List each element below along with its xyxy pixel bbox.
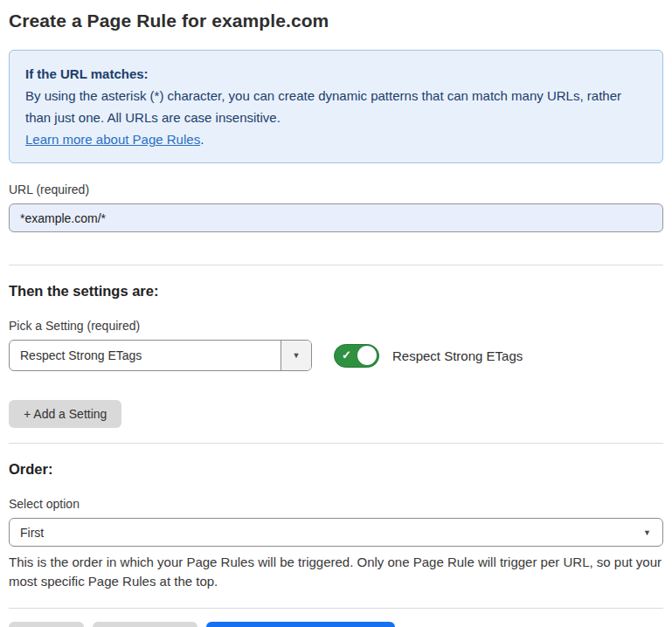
url-match-info-box: If the URL matches: By using the asteris… — [9, 50, 663, 163]
add-setting-button[interactable]: + Add a Setting — [9, 400, 121, 428]
info-box-body-text: By using the asterisk (*) character, you… — [25, 88, 621, 125]
info-box-body: By using the asterisk (*) character, you… — [25, 85, 647, 128]
save-draft-button[interactable]: Save as Draft — [93, 622, 198, 627]
link-suffix: . — [200, 132, 204, 147]
order-select-value: First — [20, 526, 44, 540]
setting-select-arrow-segment[interactable]: ▼ — [281, 341, 311, 370]
chevron-down-icon: ▼ — [293, 352, 301, 360]
footer-actions: Cancel Save as Draft Save and Deploy Pag… — [9, 622, 663, 627]
toggle-knob — [357, 346, 377, 365]
settings-section-heading: Then the settings are: — [9, 283, 663, 300]
setting-select-value: Respect Strong ETags — [10, 341, 281, 370]
order-select[interactable]: First ▼ — [9, 518, 663, 547]
cancel-button[interactable]: Cancel — [9, 622, 84, 627]
info-box-heading: If the URL matches: — [25, 63, 647, 85]
pick-setting-label: Pick a Setting (required) — [9, 319, 663, 333]
setting-row: Respect Strong ETags ▼ ✓ Respect Strong … — [9, 340, 663, 371]
order-help-text: This is the order in which your Page Rul… — [9, 553, 663, 591]
setting-select[interactable]: Respect Strong ETags ▼ — [9, 340, 312, 371]
page-rule-form: Create a Page Rule for example.com If th… — [0, 10, 672, 627]
url-input[interactable] — [9, 203, 663, 232]
setting-toggle[interactable]: ✓ — [334, 344, 379, 368]
info-box-link-line: Learn more about Page Rules. — [25, 128, 647, 150]
divider — [9, 265, 663, 265]
divider — [9, 608, 663, 609]
divider — [9, 443, 663, 444]
url-field-label: URL (required) — [9, 183, 663, 196]
order-select-label: Select option — [9, 497, 663, 511]
order-section-heading: Order: — [9, 461, 663, 478]
save-deploy-button[interactable]: Save and Deploy Page Rule — [206, 622, 395, 627]
page-title: Create a Page Rule for example.com — [9, 10, 663, 31]
learn-more-link[interactable]: Learn more about Page Rules — [25, 132, 200, 147]
toggle-label: Respect Strong ETags — [392, 348, 523, 363]
check-icon: ✓ — [342, 348, 351, 362]
chevron-down-icon: ▼ — [643, 528, 651, 536]
